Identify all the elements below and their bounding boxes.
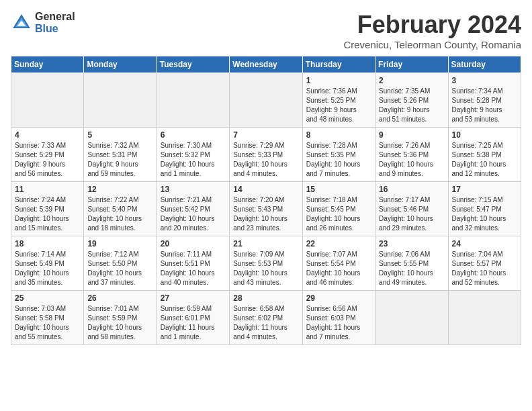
day-cell: 18Sunrise: 7:14 AM Sunset: 5:49 PM Dayli… <box>11 236 84 291</box>
day-number: 18 <box>15 239 80 248</box>
day-number: 25 <box>15 293 80 303</box>
day-cell: 2Sunrise: 7:35 AM Sunset: 5:26 PM Daylig… <box>375 73 448 128</box>
day-cell: 23Sunrise: 7:06 AM Sunset: 5:55 PM Dayli… <box>375 236 448 291</box>
day-number: 17 <box>452 185 517 194</box>
day-cell: 1Sunrise: 7:36 AM Sunset: 5:25 PM Daylig… <box>302 73 375 128</box>
day-number: 16 <box>379 185 444 194</box>
day-number: 10 <box>452 130 517 140</box>
day-number: 13 <box>161 185 226 194</box>
day-cell <box>230 73 302 128</box>
week-row-1: 1Sunrise: 7:36 AM Sunset: 5:25 PM Daylig… <box>11 73 521 128</box>
day-info: Sunrise: 6:59 AM Sunset: 6:01 PM Dayligh… <box>161 304 226 342</box>
day-number: 19 <box>87 239 152 248</box>
day-info: Sunrise: 7:36 AM Sunset: 5:25 PM Dayligh… <box>306 87 371 124</box>
day-number: 7 <box>233 130 298 140</box>
week-row-2: 4Sunrise: 7:33 AM Sunset: 5:29 PM Daylig… <box>11 128 521 182</box>
logo-icon <box>11 12 32 34</box>
title-block: February 2024 Crevenicu, Teleorman Count… <box>343 11 521 50</box>
day-info: Sunrise: 7:07 AM Sunset: 5:54 PM Dayligh… <box>306 250 371 287</box>
day-cell: 24Sunrise: 7:04 AM Sunset: 5:57 PM Dayli… <box>448 236 521 291</box>
day-number: 29 <box>306 293 371 303</box>
day-cell: 26Sunrise: 7:01 AM Sunset: 5:59 PM Dayli… <box>84 291 157 345</box>
day-cell: 17Sunrise: 7:15 AM Sunset: 5:47 PM Dayli… <box>448 182 521 236</box>
day-number: 22 <box>306 239 371 248</box>
day-number: 9 <box>379 130 444 140</box>
location: Crevenicu, Teleorman County, Romania <box>343 39 521 50</box>
day-cell <box>375 291 448 345</box>
day-number: 21 <box>233 239 298 248</box>
day-cell: 9Sunrise: 7:26 AM Sunset: 5:36 PM Daylig… <box>375 128 448 182</box>
day-cell: 16Sunrise: 7:17 AM Sunset: 5:46 PM Dayli… <box>375 182 448 236</box>
day-cell <box>157 73 229 128</box>
day-info: Sunrise: 7:22 AM Sunset: 5:40 PM Dayligh… <box>87 195 152 233</box>
day-info: Sunrise: 7:25 AM Sunset: 5:38 PM Dayligh… <box>452 141 517 179</box>
logo-blue-text: Blue <box>35 23 75 35</box>
day-info: Sunrise: 7:32 AM Sunset: 5:31 PM Dayligh… <box>87 141 152 179</box>
day-cell: 3Sunrise: 7:34 AM Sunset: 5:28 PM Daylig… <box>448 73 521 128</box>
day-number: 14 <box>233 185 298 194</box>
day-info: Sunrise: 7:24 AM Sunset: 5:39 PM Dayligh… <box>15 195 80 233</box>
day-info: Sunrise: 7:21 AM Sunset: 5:42 PM Dayligh… <box>161 195 226 233</box>
day-cell: 11Sunrise: 7:24 AM Sunset: 5:39 PM Dayli… <box>11 182 84 236</box>
day-number: 28 <box>233 293 298 303</box>
col-header-tuesday: Tuesday <box>157 56 229 73</box>
day-cell: 13Sunrise: 7:21 AM Sunset: 5:42 PM Dayli… <box>157 182 229 236</box>
day-number: 1 <box>306 76 371 85</box>
day-number: 20 <box>161 239 226 248</box>
day-info: Sunrise: 7:26 AM Sunset: 5:36 PM Dayligh… <box>379 141 444 179</box>
day-cell: 19Sunrise: 7:12 AM Sunset: 5:50 PM Dayli… <box>84 236 157 291</box>
col-header-wednesday: Wednesday <box>230 56 302 73</box>
day-cell: 12Sunrise: 7:22 AM Sunset: 5:40 PM Dayli… <box>84 182 157 236</box>
day-cell: 6Sunrise: 7:30 AM Sunset: 5:32 PM Daylig… <box>157 128 229 182</box>
day-number: 6 <box>161 130 226 140</box>
week-row-3: 11Sunrise: 7:24 AM Sunset: 5:39 PM Dayli… <box>11 182 521 236</box>
day-cell <box>84 73 157 128</box>
day-cell: 20Sunrise: 7:11 AM Sunset: 5:51 PM Dayli… <box>157 236 229 291</box>
day-cell: 28Sunrise: 6:58 AM Sunset: 6:02 PM Dayli… <box>230 291 302 345</box>
day-cell: 15Sunrise: 7:18 AM Sunset: 5:45 PM Dayli… <box>302 182 375 236</box>
day-info: Sunrise: 7:01 AM Sunset: 5:59 PM Dayligh… <box>87 304 152 342</box>
day-number: 24 <box>452 239 517 248</box>
day-info: Sunrise: 7:34 AM Sunset: 5:28 PM Dayligh… <box>452 87 517 124</box>
col-header-saturday: Saturday <box>448 56 521 73</box>
day-info: Sunrise: 7:03 AM Sunset: 5:58 PM Dayligh… <box>15 304 80 342</box>
day-info: Sunrise: 7:14 AM Sunset: 5:49 PM Dayligh… <box>15 250 80 287</box>
day-number: 12 <box>87 185 152 194</box>
day-number: 4 <box>15 130 80 140</box>
day-info: Sunrise: 7:18 AM Sunset: 5:45 PM Dayligh… <box>306 195 371 233</box>
col-header-monday: Monday <box>84 56 157 73</box>
col-header-sunday: Sunday <box>11 56 84 73</box>
day-info: Sunrise: 7:04 AM Sunset: 5:57 PM Dayligh… <box>452 250 517 287</box>
header-row: SundayMondayTuesdayWednesdayThursdayFrid… <box>11 56 521 73</box>
day-number: 5 <box>87 130 152 140</box>
day-info: Sunrise: 7:29 AM Sunset: 5:33 PM Dayligh… <box>233 141 298 179</box>
day-info: Sunrise: 6:58 AM Sunset: 6:02 PM Dayligh… <box>233 304 298 342</box>
day-number: 15 <box>306 185 371 194</box>
day-info: Sunrise: 7:33 AM Sunset: 5:29 PM Dayligh… <box>15 141 80 179</box>
day-number: 11 <box>15 185 80 194</box>
day-cell: 22Sunrise: 7:07 AM Sunset: 5:54 PM Dayli… <box>302 236 375 291</box>
day-cell: 27Sunrise: 6:59 AM Sunset: 6:01 PM Dayli… <box>157 291 229 345</box>
day-number: 2 <box>379 76 444 85</box>
day-info: Sunrise: 7:11 AM Sunset: 5:51 PM Dayligh… <box>161 250 226 287</box>
day-info: Sunrise: 7:28 AM Sunset: 5:35 PM Dayligh… <box>306 141 371 179</box>
day-number: 8 <box>306 130 371 140</box>
day-cell: 5Sunrise: 7:32 AM Sunset: 5:31 PM Daylig… <box>84 128 157 182</box>
day-number: 26 <box>87 293 152 303</box>
day-cell <box>448 291 521 345</box>
week-row-4: 18Sunrise: 7:14 AM Sunset: 5:49 PM Dayli… <box>11 236 521 291</box>
day-info: Sunrise: 7:35 AM Sunset: 5:26 PM Dayligh… <box>379 87 444 124</box>
day-cell: 4Sunrise: 7:33 AM Sunset: 5:29 PM Daylig… <box>11 128 84 182</box>
day-number: 27 <box>161 293 226 303</box>
day-number: 23 <box>379 239 444 248</box>
page-header: General Blue February 2024 Crevenicu, Te… <box>11 11 521 50</box>
month-year: February 2024 <box>343 11 521 39</box>
day-cell: 14Sunrise: 7:20 AM Sunset: 5:43 PM Dayli… <box>230 182 302 236</box>
day-number: 3 <box>452 76 517 85</box>
day-info: Sunrise: 7:17 AM Sunset: 5:46 PM Dayligh… <box>379 195 444 233</box>
day-cell: 25Sunrise: 7:03 AM Sunset: 5:58 PM Dayli… <box>11 291 84 345</box>
week-row-5: 25Sunrise: 7:03 AM Sunset: 5:58 PM Dayli… <box>11 291 521 345</box>
logo-text: General Blue <box>35 11 75 34</box>
col-header-thursday: Thursday <box>302 56 375 73</box>
day-cell: 7Sunrise: 7:29 AM Sunset: 5:33 PM Daylig… <box>230 128 302 182</box>
